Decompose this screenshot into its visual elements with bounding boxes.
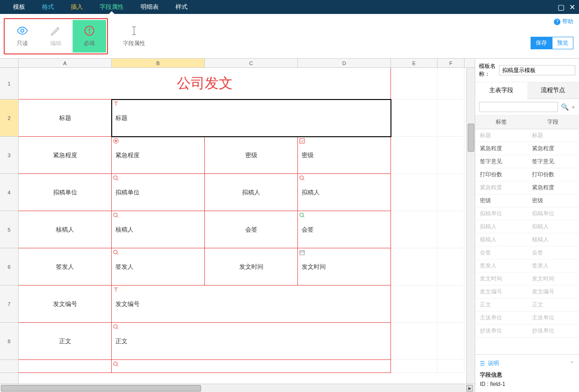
col-header-E[interactable]: E xyxy=(391,59,438,67)
cell-label-body[interactable]: 正文 xyxy=(19,323,112,360)
cell-label-signer[interactable]: 签发人 xyxy=(19,248,112,286)
cell-empty-a9[interactable] xyxy=(19,360,112,373)
window-maximize-icon[interactable]: ▢ xyxy=(558,3,565,12)
cell-field-drafter[interactable]: 拟稿人 xyxy=(298,174,391,211)
cell-empty[interactable] xyxy=(391,248,438,286)
cell-empty[interactable] xyxy=(438,323,465,360)
cell-empty[interactable] xyxy=(438,174,465,211)
cell-label-urgency[interactable]: 紧急程度 xyxy=(19,137,112,174)
field-row[interactable]: 标题标题 xyxy=(475,129,579,142)
field-row[interactable]: 签发人签发人 xyxy=(475,259,579,272)
col-header-B[interactable]: B xyxy=(112,59,205,67)
cell-empty[interactable] xyxy=(391,174,438,211)
row-header-6[interactable]: 6 xyxy=(0,248,18,286)
cell-empty[interactable] xyxy=(438,68,465,100)
row-header-3[interactable]: 3 xyxy=(0,137,18,174)
desc-collapse-icon[interactable]: ⌃ xyxy=(570,360,574,367)
menu-field-prop[interactable]: 字段属性 xyxy=(91,0,132,14)
cell-field-reviewer[interactable]: 核稿人 xyxy=(112,211,205,248)
preview-button[interactable]: 预览 xyxy=(552,37,573,49)
cell-empty[interactable] xyxy=(391,323,438,360)
field-row[interactable]: 打印份数打印份数 xyxy=(475,168,579,181)
field-row[interactable]: 签字意见签字意见 xyxy=(475,155,579,168)
field-row[interactable]: 拟稿单位拟稿单位 xyxy=(475,207,579,220)
cell-empty[interactable] xyxy=(391,137,438,174)
cell-field-title[interactable]: 标题 xyxy=(112,100,391,137)
row-header-4[interactable]: 4 xyxy=(0,174,18,211)
cell-field-signer[interactable]: 签发人 xyxy=(112,248,205,286)
search-icon[interactable]: 🔍 xyxy=(561,103,569,111)
row-header-7[interactable]: 7 xyxy=(0,286,18,323)
field-row[interactable]: 拟稿人拟稿人 xyxy=(475,220,579,233)
edit-button[interactable]: 编辑 xyxy=(39,20,73,53)
window-close-icon[interactable]: ✕ xyxy=(569,3,575,12)
field-row[interactable]: 密级密级 xyxy=(475,194,579,207)
add-field-icon[interactable]: + xyxy=(572,103,575,111)
col-header-F[interactable]: F xyxy=(438,59,465,67)
cell-label-draftunit[interactable]: 拟稿单位 xyxy=(19,174,112,211)
field-search-input[interactable] xyxy=(479,102,558,112)
vertical-scrollbar[interactable] xyxy=(466,68,475,384)
save-button[interactable]: 保存 xyxy=(531,37,552,49)
grid-cells[interactable]: 公司发文标题标题紧急程度紧急程度密级密级拟稿单位拟稿单位拟稿人拟稿人核稿人核稿人… xyxy=(19,68,466,384)
tab-flow-nodes[interactable]: 流程节点 xyxy=(527,82,579,99)
col-header-C[interactable]: C xyxy=(205,59,298,67)
field-row[interactable]: 正文正文 xyxy=(475,299,579,312)
cell-title[interactable]: 公司发文 xyxy=(19,68,391,100)
cell-label-secret[interactable]: 密级 xyxy=(205,137,298,174)
cell-empty[interactable] xyxy=(391,68,438,100)
menu-template[interactable]: 模板 xyxy=(5,0,34,14)
cell-label-drafter[interactable]: 拟稿人 xyxy=(205,174,298,211)
cell-label-title[interactable]: 标题 xyxy=(19,100,112,137)
cell-field-draftunit[interactable]: 拟稿单位 xyxy=(112,174,205,211)
field-row[interactable]: 抄送单位抄送单位 xyxy=(475,325,579,338)
field-row[interactable]: 会签会签 xyxy=(475,246,579,259)
cell-empty[interactable] xyxy=(438,360,465,373)
hscroll-right-arrow[interactable]: ▶ xyxy=(466,385,473,392)
field-row[interactable]: 主送单位主送单位 xyxy=(475,312,579,325)
menu-style[interactable]: 样式 xyxy=(167,0,196,14)
cell-empty[interactable] xyxy=(438,137,465,174)
cell-empty[interactable] xyxy=(391,286,438,323)
row-header-5[interactable]: 5 xyxy=(0,211,18,248)
cell-label-docnum[interactable]: 发文编号 xyxy=(19,286,112,323)
field-row[interactable]: 核稿人核稿人 xyxy=(475,233,579,246)
hscroll-thumb[interactable] xyxy=(1,385,201,392)
select-all-corner[interactable] xyxy=(0,59,19,67)
cell-empty[interactable] xyxy=(438,211,465,248)
cell-field-cosign[interactable]: 会签 xyxy=(298,211,391,248)
cell-field-secret[interactable]: 密级 xyxy=(298,137,391,174)
template-name-input[interactable] xyxy=(499,65,575,75)
help-link[interactable]: ? 帮助 xyxy=(554,18,573,26)
row-header-8[interactable]: 8 xyxy=(0,323,18,360)
field-row[interactable]: 紧急程度紧急程度 xyxy=(475,142,579,155)
row-header-1[interactable]: 1 xyxy=(0,68,18,100)
vscroll-thumb[interactable] xyxy=(468,124,474,152)
cell-label-sendtime[interactable]: 发文时间 xyxy=(205,248,298,286)
row-header-9[interactable] xyxy=(0,360,18,373)
cell-field-docnum[interactable]: 发文编号 xyxy=(112,286,391,323)
cell-empty-b9[interactable] xyxy=(112,360,391,373)
cell-label-reviewer[interactable]: 核稿人 xyxy=(19,211,112,248)
cell-empty[interactable] xyxy=(438,248,465,286)
field-property-button[interactable]: 字段属性 xyxy=(117,25,151,47)
cell-empty[interactable] xyxy=(438,100,465,137)
cell-field-urgency[interactable]: 紧急程度 xyxy=(112,137,205,174)
cell-empty[interactable] xyxy=(391,211,438,248)
horizontal-scrollbar[interactable]: ▶ xyxy=(0,384,475,392)
cell-field-sendtime[interactable]: 发文时间 xyxy=(298,248,391,286)
cell-field-body[interactable]: 正文 xyxy=(112,323,391,360)
col-header-D[interactable]: D xyxy=(298,59,391,67)
cell-empty[interactable] xyxy=(438,286,465,323)
row-header-2[interactable]: 2 xyxy=(0,100,18,137)
cell-empty[interactable] xyxy=(391,360,438,373)
readonly-button[interactable]: 只读 xyxy=(6,20,39,53)
cell-empty[interactable] xyxy=(391,100,438,137)
menu-detail[interactable]: 明细表 xyxy=(132,0,167,14)
menu-insert[interactable]: 插入 xyxy=(62,0,91,14)
required-button[interactable]: 必填 xyxy=(73,20,106,53)
col-header-A[interactable]: A xyxy=(19,59,112,67)
cell-label-cosign[interactable]: 会签 xyxy=(205,211,298,248)
field-row[interactable]: 紧急程度紧急程度 xyxy=(475,181,579,194)
tab-main-fields[interactable]: 主表字段 xyxy=(475,82,527,99)
